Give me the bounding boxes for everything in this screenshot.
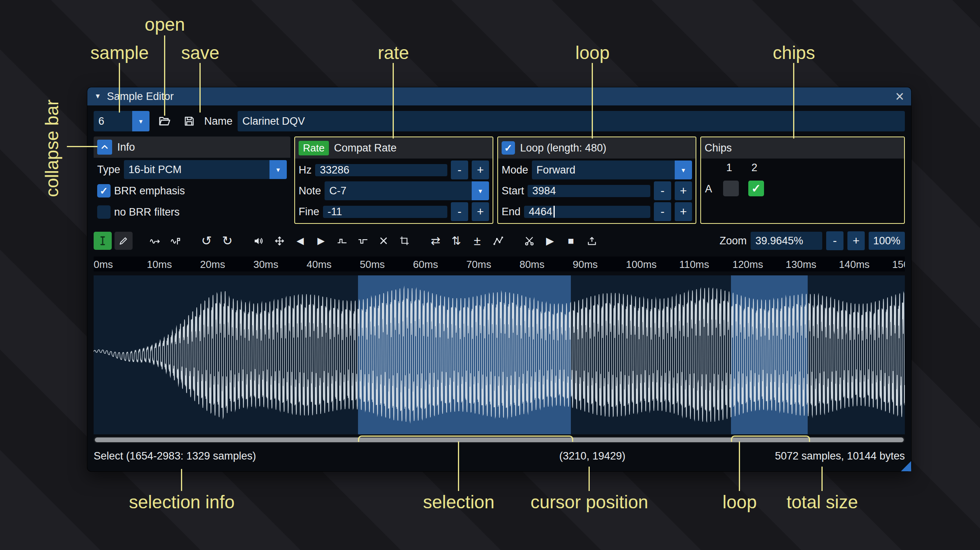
- annotation-selection: selection: [423, 491, 495, 513]
- timeline-label: 0ms: [94, 258, 113, 271]
- hz-input[interactable]: 33286: [315, 164, 447, 176]
- total-size-text: 5072 samples, 10144 bytes: [775, 450, 905, 462]
- zoom-input[interactable]: 39.9645%: [751, 232, 822, 250]
- loop-mode-label: Mode: [502, 164, 528, 176]
- timeline-label: 150ms: [892, 258, 905, 271]
- pulse-down-icon: [358, 236, 368, 246]
- info-header: Info: [94, 137, 290, 158]
- info-panel: Info Type 16-bit PCM ▼ ✓ BRR emphasis: [94, 137, 290, 224]
- preview-button[interactable]: ▶: [541, 232, 559, 250]
- chevron-down-icon: ▼: [275, 166, 281, 173]
- waveform-display[interactable]: [94, 275, 905, 434]
- draw-mode-button[interactable]: [114, 232, 133, 250]
- reverse-button[interactable]: ⇄: [426, 232, 445, 250]
- timeline-label: 110ms: [679, 258, 709, 271]
- scrollbar-thumb[interactable]: [95, 437, 904, 442]
- hz-decrease-button[interactable]: -: [451, 161, 468, 179]
- hz-increase-button[interactable]: +: [472, 161, 489, 179]
- rate-header: Rate Compat Rate: [295, 137, 493, 159]
- timeline-label: 70ms: [466, 258, 491, 271]
- status-bar: Select (1654-2983: 1329 samples) (3210, …: [94, 448, 905, 464]
- annotation-line-save: [199, 63, 201, 113]
- loop-end-increase-button[interactable]: +: [675, 202, 692, 221]
- delete-button[interactable]: [375, 232, 393, 250]
- hz-value: 33286: [320, 164, 349, 176]
- chevron-up-icon: [100, 143, 109, 151]
- zoom-out-button[interactable]: -: [826, 231, 843, 250]
- zoom-in-button[interactable]: +: [847, 231, 865, 250]
- sample-selector[interactable]: 6 ▼: [94, 111, 149, 131]
- loop-end-decrease-button[interactable]: -: [654, 202, 671, 221]
- loop-mode-dropdown-button[interactable]: ▼: [675, 161, 692, 179]
- close-icon[interactable]: ×: [895, 89, 904, 104]
- sample-type-dropdown-button[interactable]: ▼: [269, 160, 287, 179]
- waveform-scrollbar[interactable]: [94, 437, 905, 443]
- zoom-label: Zoom: [720, 235, 747, 247]
- fine-input[interactable]: -11: [323, 206, 447, 218]
- invert-button[interactable]: ⇅: [447, 232, 465, 250]
- loop-start-increase-button[interactable]: +: [675, 181, 692, 200]
- apply-silence-button[interactable]: [354, 232, 372, 250]
- annotation-open: open: [145, 14, 185, 35]
- edit-mode-button[interactable]: [94, 232, 112, 250]
- rate-body: Hz 33286 - + Note C-7 ▼ Fine -: [295, 159, 493, 223]
- rate-badge[interactable]: Rate: [299, 141, 329, 155]
- note-select[interactable]: C-7 ▼: [325, 181, 489, 200]
- fade-in-button[interactable]: ◀: [291, 232, 309, 250]
- check-icon: ✓: [100, 186, 108, 196]
- save-sample-button[interactable]: [179, 111, 199, 131]
- sample-selector-dropdown-button[interactable]: ▼: [132, 111, 149, 131]
- zoom-reset-button[interactable]: 100%: [869, 232, 905, 250]
- loop-enable-checkbox[interactable]: ✓: [502, 141, 515, 155]
- sample-editor-window: ▼ Sample Editor × 6 ▼ Name Clarinet: [87, 87, 911, 471]
- fine-increase-button[interactable]: +: [472, 202, 489, 221]
- annotation-save: save: [181, 42, 219, 63]
- undo-button[interactable]: ↺: [197, 232, 216, 250]
- resample-button[interactable]: [166, 232, 185, 250]
- chevron-down-icon: ▼: [138, 118, 144, 125]
- loop-mode-select[interactable]: Forward ▼: [532, 161, 692, 179]
- annotation-cursor-position: cursor position: [530, 491, 648, 513]
- loop-start-input[interactable]: 3984: [528, 185, 650, 197]
- fade-out-button[interactable]: ▶: [312, 232, 330, 250]
- sign-button[interactable]: ±: [468, 232, 486, 250]
- folder-open-icon: [158, 115, 171, 127]
- note-label: Note: [299, 185, 321, 197]
- annotation-line-total-size: [821, 467, 823, 491]
- chip-1-checkbox[interactable]: [723, 181, 739, 196]
- resize-grip[interactable]: [901, 461, 911, 471]
- redo-button[interactable]: ↻: [218, 232, 236, 250]
- insert-silence-button[interactable]: [333, 232, 351, 250]
- annotation-line-selection: [458, 441, 459, 491]
- chip-2-checkbox[interactable]: ✓: [748, 181, 764, 196]
- collapse-info-button[interactable]: [97, 140, 112, 155]
- loop-end-input[interactable]: 4464: [524, 206, 650, 218]
- name-value: Clarinet DQV: [242, 115, 305, 127]
- annotation-total-size: total size: [786, 491, 858, 513]
- resize-button[interactable]: [146, 232, 164, 250]
- timeline-label: 10ms: [147, 258, 172, 271]
- window-collapse-icon[interactable]: ▼: [94, 92, 101, 100]
- note-dropdown-button[interactable]: ▼: [472, 181, 489, 200]
- timeline-ruler: 0ms10ms20ms30ms40ms50ms60ms70ms80ms90ms1…: [94, 257, 905, 271]
- brr-emphasis-checkbox[interactable]: ✓: [97, 184, 111, 197]
- amplify-button[interactable]: [249, 232, 268, 250]
- fine-decrease-button[interactable]: -: [451, 202, 468, 221]
- plus-minus-icon: ±: [474, 234, 481, 247]
- timeline-label: 120ms: [733, 258, 763, 271]
- chop-button[interactable]: [520, 232, 538, 250]
- trim-button[interactable]: [395, 232, 413, 250]
- name-input[interactable]: Clarinet DQV: [238, 111, 905, 131]
- stop-preview-button[interactable]: ■: [562, 232, 580, 250]
- filter-button[interactable]: [489, 232, 507, 250]
- timeline-label: 40ms: [306, 258, 332, 271]
- upload-button[interactable]: [583, 232, 601, 250]
- info-header-label: Info: [117, 141, 135, 153]
- normalize-button[interactable]: [270, 232, 288, 250]
- loop-start-decrease-button[interactable]: -: [654, 181, 671, 200]
- annotation-chips: chips: [773, 42, 815, 63]
- arrows-cross-icon: [274, 236, 285, 246]
- sample-type-select[interactable]: 16-bit PCM ▼: [124, 160, 287, 179]
- no-brr-filters-checkbox[interactable]: [97, 205, 111, 219]
- rate-header-label: Compat Rate: [334, 142, 397, 154]
